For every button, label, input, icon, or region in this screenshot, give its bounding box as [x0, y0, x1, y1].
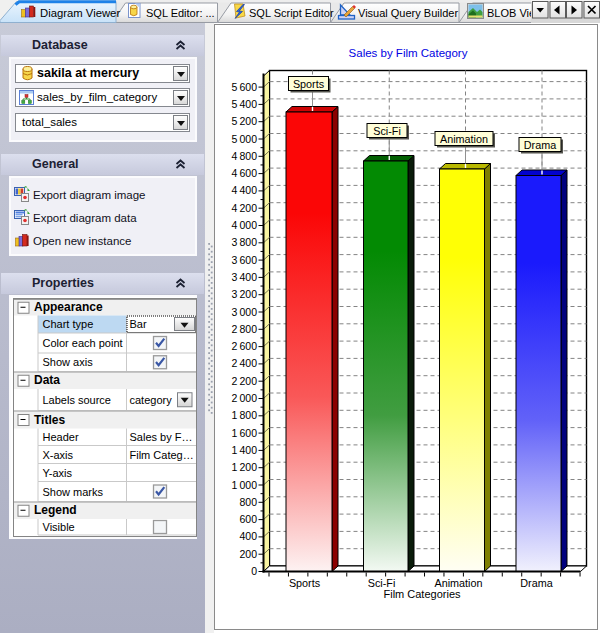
svg-text:Animation: Animation	[440, 133, 488, 145]
svg-text:5 400: 5 400	[232, 98, 258, 110]
svg-text:2 200: 2 200	[232, 375, 258, 387]
svg-text:2 000: 2 000	[232, 392, 258, 404]
svg-text:Drama: Drama	[520, 577, 552, 589]
svg-text:400: 400	[239, 530, 257, 542]
svg-text:2 800: 2 800	[232, 323, 258, 335]
svg-text:4 200: 4 200	[232, 202, 258, 214]
svg-text:Drama: Drama	[524, 139, 556, 151]
svg-text:5 200: 5 200	[232, 115, 258, 127]
svg-text:Sports: Sports	[289, 577, 321, 589]
svg-text:3 600: 3 600	[232, 254, 258, 266]
svg-text:200: 200	[239, 548, 257, 560]
svg-text:3 000: 3 000	[232, 306, 258, 318]
svg-text:Sports: Sports	[293, 78, 325, 90]
svg-text:2 400: 2 400	[232, 357, 258, 369]
svg-text:Sales by Film Category: Sales by Film Category	[349, 47, 468, 59]
svg-text:4 400: 4 400	[232, 184, 258, 196]
svg-text:1 600: 1 600	[232, 427, 258, 439]
svg-text:Film Categories: Film Categories	[383, 588, 461, 600]
svg-text:1 000: 1 000	[232, 479, 258, 491]
svg-text:5 600: 5 600	[232, 81, 258, 93]
svg-text:3 800: 3 800	[232, 236, 258, 248]
svg-text:4 800: 4 800	[232, 150, 258, 162]
svg-text:1 400: 1 400	[232, 444, 258, 456]
svg-text:800: 800	[239, 496, 257, 508]
svg-text:5 000: 5 000	[232, 133, 258, 145]
svg-text:Sci-Fi: Sci-Fi	[373, 125, 401, 137]
svg-text:1 200: 1 200	[232, 461, 258, 473]
svg-text:1 800: 1 800	[232, 409, 258, 421]
svg-text:600: 600	[239, 513, 257, 525]
svg-text:3 200: 3 200	[232, 288, 258, 300]
svg-text:0: 0	[251, 565, 257, 577]
svg-text:4 600: 4 600	[232, 167, 258, 179]
svg-text:3 400: 3 400	[232, 271, 258, 283]
svg-text:4 000: 4 000	[232, 219, 258, 231]
svg-text:2 600: 2 600	[232, 340, 258, 352]
